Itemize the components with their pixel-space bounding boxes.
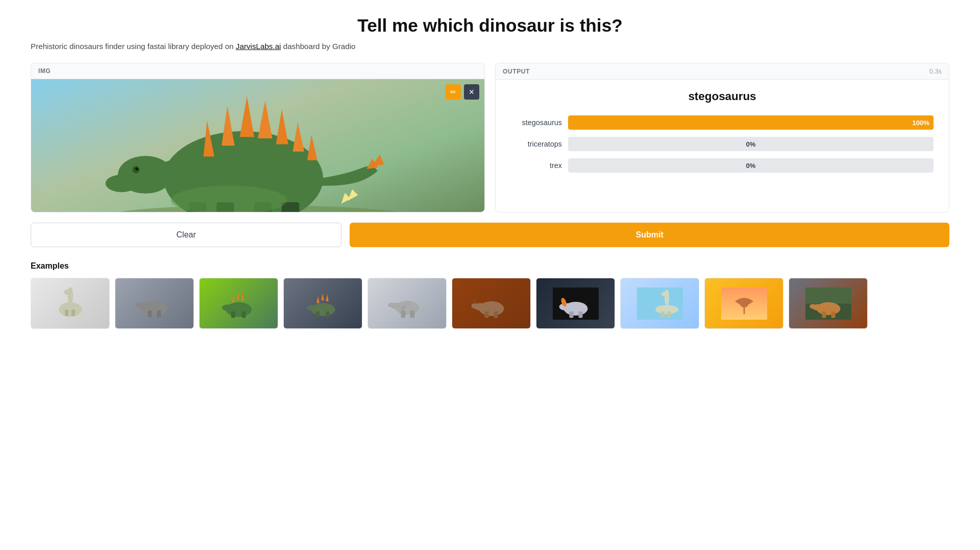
result-label-triceratops: triceratops <box>511 140 562 148</box>
result-row-stegosaurus: stegosaurus 100% <box>511 115 934 130</box>
svg-marker-27 <box>348 189 358 201</box>
input-panel-label: IMG <box>31 63 484 79</box>
svg-marker-18 <box>239 96 254 137</box>
svg-rect-42 <box>231 311 235 318</box>
image-actions: ✏ ✕ <box>446 84 479 100</box>
svg-marker-21 <box>292 123 304 152</box>
svg-marker-47 <box>321 293 324 300</box>
example-item-2[interactable] <box>115 278 194 329</box>
input-panel: IMG <box>31 63 485 212</box>
example-item-10[interactable] <box>789 278 868 329</box>
examples-heading: Examples <box>31 261 949 271</box>
image-upload-area[interactable]: ✏ ✕ <box>31 79 484 212</box>
svg-rect-84 <box>831 311 835 318</box>
svg-point-5 <box>135 168 138 171</box>
svg-point-3 <box>106 175 138 192</box>
action-buttons: Clear Submit <box>31 223 949 247</box>
trex-bar-fill: 0% <box>568 158 934 173</box>
result-row-trex: trex 0% <box>511 158 934 173</box>
svg-rect-34 <box>148 310 152 318</box>
examples-section: Examples <box>31 261 949 329</box>
svg-point-44 <box>222 304 233 311</box>
svg-rect-68 <box>578 311 582 318</box>
svg-marker-48 <box>326 294 328 301</box>
svg-rect-80 <box>805 288 851 304</box>
svg-marker-39 <box>232 294 234 302</box>
output-time: 0.3s <box>929 67 942 75</box>
output-panel-header: OUTPUT 0.3s <box>496 63 949 80</box>
svg-line-64 <box>475 298 477 303</box>
svg-marker-7 <box>372 154 384 166</box>
svg-point-78 <box>740 302 747 307</box>
svg-marker-22 <box>307 135 317 160</box>
result-bar-triceratops: 0% <box>568 137 934 151</box>
svg-rect-76 <box>667 311 671 318</box>
svg-rect-49 <box>315 311 319 317</box>
svg-point-37 <box>135 302 142 307</box>
subtitle: Prehistoric dinosaurs finder using fasta… <box>31 42 949 51</box>
svg-point-72 <box>655 305 678 314</box>
result-label-stegosaurus: stegosaurus <box>511 118 562 127</box>
svg-rect-71 <box>637 288 683 320</box>
svg-marker-19 <box>258 101 272 138</box>
svg-point-86 <box>810 304 816 308</box>
result-bar-stegosaurus: 100% <box>568 115 934 130</box>
svg-marker-20 <box>276 109 288 144</box>
svg-rect-75 <box>660 311 664 318</box>
svg-rect-83 <box>822 311 826 318</box>
svg-rect-50 <box>326 311 329 317</box>
svg-point-51 <box>307 305 317 310</box>
svg-rect-60 <box>494 311 498 318</box>
example-item-4[interactable] <box>283 278 362 329</box>
examples-grid <box>31 278 949 329</box>
main-grid: IMG <box>31 63 949 212</box>
output-panel-label: OUTPUT <box>503 68 530 75</box>
example-item-1[interactable] <box>31 278 110 329</box>
result-row-triceratops: triceratops 0% <box>511 137 934 151</box>
svg-rect-59 <box>484 311 488 318</box>
svg-point-32 <box>64 289 71 295</box>
svg-rect-53 <box>401 310 405 318</box>
svg-marker-46 <box>316 296 319 303</box>
svg-marker-41 <box>241 292 243 300</box>
svg-rect-35 <box>157 310 161 318</box>
svg-rect-43 <box>241 311 246 318</box>
svg-point-56 <box>388 302 395 307</box>
example-item-9[interactable] <box>704 278 783 329</box>
output-panel: OUTPUT 0.3s stegosaurus stegosaurus 100%… <box>495 63 949 212</box>
svg-marker-17 <box>222 106 235 146</box>
page-title: Tell me which dinosaur is this? <box>31 15 949 36</box>
svg-point-74 <box>661 292 668 296</box>
edit-image-button[interactable]: ✏ <box>446 84 461 100</box>
example-item-6[interactable] <box>452 278 531 329</box>
svg-rect-67 <box>569 311 573 318</box>
output-content: stegosaurus stegosaurus 100% triceratops… <box>496 80 949 190</box>
close-image-button[interactable]: ✕ <box>464 84 479 100</box>
edit-icon: ✏ <box>450 88 456 96</box>
svg-marker-40 <box>236 291 239 299</box>
jarvislabs-link[interactable]: JarvisLabs.ai <box>236 42 281 51</box>
close-icon: ✕ <box>469 88 475 96</box>
example-item-5[interactable] <box>368 278 447 329</box>
triceratops-bar-fill: 0% <box>568 137 934 151</box>
svg-rect-54 <box>410 310 414 318</box>
result-label-trex: trex <box>511 161 562 170</box>
svg-rect-30 <box>71 309 75 316</box>
stegosaurus-bar-fill: 100% <box>568 115 934 130</box>
result-bar-trex: 0% <box>568 158 934 173</box>
submit-button[interactable]: Submit <box>350 223 949 247</box>
output-result-title: stegosaurus <box>511 90 934 103</box>
svg-rect-29 <box>65 309 68 316</box>
example-item-8[interactable] <box>620 278 699 329</box>
example-item-3[interactable] <box>199 278 278 329</box>
example-item-7[interactable] <box>536 278 615 329</box>
clear-button[interactable]: Clear <box>31 223 341 247</box>
